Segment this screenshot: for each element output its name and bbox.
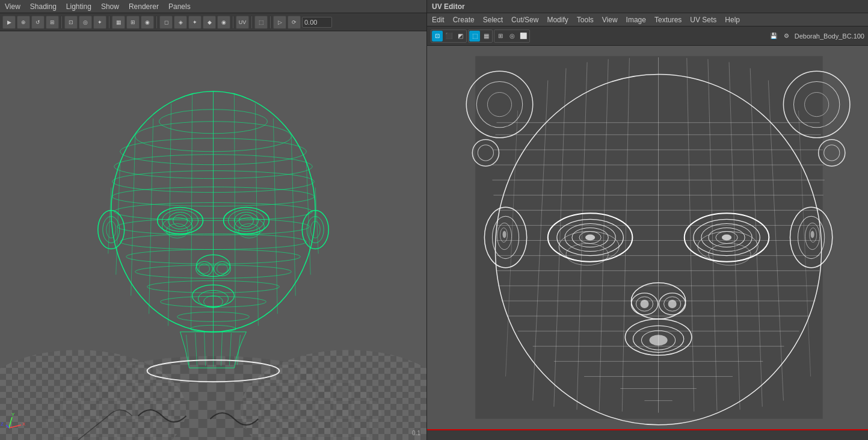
menu-panels[interactable]: Panels bbox=[167, 2, 192, 11]
render-btn[interactable]: ◆ bbox=[203, 16, 216, 29]
uv-circle-btn[interactable]: ◎ bbox=[506, 31, 517, 42]
uv-titlebar: UV Editor bbox=[427, 0, 868, 13]
uv-tool-group-1: ⊡ ⬛ ◩ bbox=[431, 29, 467, 43]
uv-filename: Deborah_Body_BC.100 bbox=[795, 33, 864, 40]
uv-face-mode-btn[interactable]: ◩ bbox=[455, 31, 466, 42]
uv-menubar: Edit Create Select Cut/Sew Modify Tools … bbox=[427, 13, 868, 26]
uv-menu-edit[interactable]: Edit bbox=[431, 16, 446, 24]
uv-toolbar: ⊡ ⬛ ◩ ⬚ ▦ ⊞ ◎ ⬜ 💾 ⚙ Deborah_Body_BC.100 bbox=[427, 26, 868, 46]
rotate-tool-btn[interactable]: ↺ bbox=[31, 16, 45, 29]
frame-input[interactable] bbox=[302, 17, 332, 28]
snap-curve-btn[interactable]: ◎ bbox=[79, 16, 92, 29]
uv-menu-modify[interactable]: Modify bbox=[546, 16, 569, 24]
viewport-toolbar: ▶ ⊕ ↺ ⊞ ⊡ ◎ ✦ ▦ ⊞ ◉ ◻ ◈ ✦ ◆ ◉ UV ⬚ ▷ ⟳ bbox=[0, 13, 426, 31]
svg-point-149 bbox=[640, 300, 648, 308]
uv-select-mode-btn[interactable]: ⊡ bbox=[432, 31, 443, 42]
viewport-canvas[interactable]: X Y Z 0.1 bbox=[0, 31, 426, 440]
playback-btn[interactable]: ▷ bbox=[273, 16, 286, 29]
menu-shading[interactable]: Shading bbox=[29, 2, 58, 11]
persp-btn[interactable]: ◈ bbox=[174, 16, 187, 29]
uv-tool-group-3: ⊞ ◎ ⬜ bbox=[494, 29, 530, 43]
uv-layout-btn[interactable]: ⊞ bbox=[495, 31, 506, 42]
scale-tool-btn[interactable]: ⊞ bbox=[46, 16, 59, 29]
select-tool-btn[interactable]: ▶ bbox=[2, 16, 16, 29]
sep4 bbox=[233, 16, 233, 28]
uv-tool-group-2: ⬚ ▦ bbox=[468, 29, 493, 43]
uv-checker-btn[interactable]: ⬚ bbox=[469, 31, 480, 42]
uv-canvas[interactable] bbox=[427, 46, 868, 429]
anim-btn[interactable]: ⟳ bbox=[288, 16, 301, 29]
svg-point-136 bbox=[722, 234, 731, 240]
uv-camera-btn[interactable]: ⬜ bbox=[518, 31, 529, 42]
sep2 bbox=[109, 16, 109, 28]
uv-save-btn[interactable]: 💾 bbox=[768, 31, 779, 42]
svg-text:Y: Y bbox=[11, 412, 15, 417]
uv-menu-tools[interactable]: Tools bbox=[576, 16, 595, 24]
snap-grid-btn[interactable]: ⊡ bbox=[64, 16, 78, 29]
uv-menu-textures[interactable]: Textures bbox=[653, 16, 683, 24]
uv-menu-select[interactable]: Select bbox=[482, 16, 504, 24]
uv-menu-help[interactable]: Help bbox=[724, 16, 741, 24]
menu-view[interactable]: View bbox=[4, 2, 22, 11]
uv-grid-btn[interactable]: ▦ bbox=[481, 31, 491, 42]
uv-menu-image[interactable]: Image bbox=[625, 16, 647, 24]
uv-editor-panel: UV Editor Edit Create Select Cut/Sew Mod… bbox=[427, 0, 868, 440]
uv-toolbar-right: 💾 ⚙ Deborah_Body_BC.100 bbox=[768, 31, 864, 42]
shading-btn[interactable]: ▦ bbox=[112, 16, 125, 29]
viewport-menubar: View Shading Lighting Show Renderer Pane… bbox=[0, 0, 426, 13]
svg-point-130 bbox=[503, 231, 506, 238]
uv-menu-view[interactable]: View bbox=[601, 16, 619, 24]
smooth-btn[interactable]: ◉ bbox=[141, 16, 154, 29]
uv-bottom-bar bbox=[427, 429, 868, 440]
uv-menu-cutsew[interactable]: Cut/Sew bbox=[510, 16, 540, 24]
uv-edge-mode-btn[interactable]: ⬛ bbox=[443, 31, 454, 42]
move-tool-btn[interactable]: ⊕ bbox=[17, 16, 30, 29]
svg-point-123 bbox=[585, 234, 595, 240]
sep1 bbox=[61, 16, 62, 28]
uv-btn[interactable]: UV bbox=[236, 16, 249, 29]
display-btn[interactable]: ◉ bbox=[217, 16, 230, 29]
svg-text:X: X bbox=[22, 421, 26, 427]
viewport-svg: X Y Z bbox=[0, 31, 426, 440]
svg-point-143 bbox=[811, 231, 814, 238]
uv-editor-title: UV Editor bbox=[432, 2, 465, 11]
uv-menu-uvsets[interactable]: UV Sets bbox=[689, 16, 718, 24]
menu-renderer[interactable]: Renderer bbox=[128, 2, 160, 11]
svg-text:Z: Z bbox=[1, 421, 4, 427]
light-btn[interactable]: ✦ bbox=[188, 16, 202, 29]
menu-lighting[interactable]: Lighting bbox=[65, 2, 93, 11]
viewport-corner-label: 0.1 bbox=[412, 430, 420, 436]
uv-canvas-svg bbox=[427, 46, 868, 429]
svg-point-150 bbox=[668, 300, 677, 308]
snap-point-btn[interactable]: ✦ bbox=[93, 16, 106, 29]
wireframe-btn[interactable]: ⊞ bbox=[126, 16, 140, 29]
svg-point-154 bbox=[650, 335, 668, 345]
uv-menu-create[interactable]: Create bbox=[452, 16, 476, 24]
sep6 bbox=[270, 16, 271, 28]
viewport-panel: View Shading Lighting Show Renderer Pane… bbox=[0, 0, 427, 440]
svg-rect-83 bbox=[475, 56, 822, 418]
sep5 bbox=[251, 16, 252, 28]
camera-btn[interactable]: ◻ bbox=[159, 16, 173, 29]
isolate-btn[interactable]: ⬚ bbox=[254, 16, 268, 29]
uv-options-btn[interactable]: ⚙ bbox=[781, 31, 792, 42]
sep3 bbox=[156, 16, 157, 28]
menu-show[interactable]: Show bbox=[100, 2, 120, 11]
